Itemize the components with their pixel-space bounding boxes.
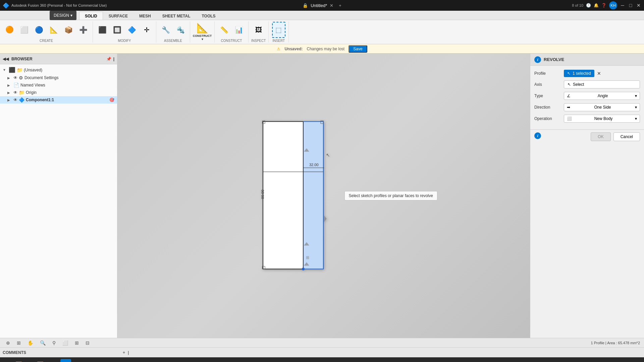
canvas-area[interactable]: 32.00 90.00 ⊞ ↖ Selec xyxy=(117,54,530,338)
ribbon-section-insert: 🖼 INSPECT xyxy=(249,21,269,43)
bell-icon[interactable]: 🔔 xyxy=(594,3,599,8)
fit-tool-btn[interactable]: ⊞ xyxy=(15,340,23,346)
tree-item-unsaved[interactable]: ▼ ⬛ 📁 (Unsaved) xyxy=(0,66,117,74)
browser-collapse-icon[interactable]: ◀◀ xyxy=(3,57,9,61)
modify-move-btn[interactable]: ✛ xyxy=(140,22,153,38)
inspect-measure-btn[interactable]: 📏 xyxy=(217,22,231,38)
tree-eye-doc[interactable]: 👁 xyxy=(13,75,17,80)
play-back-btn[interactable]: ⏪ xyxy=(15,360,23,362)
revolve-type-dropdown[interactable]: ∠ Angle ▾ xyxy=(564,92,640,100)
play-pause-btn[interactable]: ⏸ xyxy=(25,360,34,362)
create-label: CREATE xyxy=(40,39,53,43)
tab-add-icon[interactable]: + xyxy=(339,3,341,8)
titlebar: 🔷 Autodesk Fusion 360 (Personal - Not fo… xyxy=(0,0,644,11)
ok-button[interactable]: OK xyxy=(591,132,610,141)
assemble-btn1[interactable]: 🔧 xyxy=(159,22,172,38)
create-component-btn[interactable]: 🟠 xyxy=(3,22,16,38)
revolve-operation-label: Operation xyxy=(534,116,561,121)
maximize-btn[interactable]: □ xyxy=(628,3,633,8)
user-avatar[interactable]: KH xyxy=(609,1,617,9)
insert-btn[interactable]: 🖼 xyxy=(252,22,265,38)
modify-shell-btn[interactable]: 🔷 xyxy=(125,22,139,38)
create-loft-btn[interactable]: 📦 xyxy=(62,22,75,38)
direction-icon: ➡ xyxy=(567,105,570,110)
tree-icon-views: 📄 xyxy=(13,82,19,88)
tab-sheet-metal[interactable]: SHEET METAL xyxy=(157,12,196,20)
revolve-direction-row: Direction ➡ One Side ▾ xyxy=(534,103,640,111)
app-title: Autodesk Fusion 360 (Personal - Not for … xyxy=(11,3,107,7)
construct-btn[interactable]: 📐 CONSTRUCT ▾ xyxy=(193,23,212,41)
display-mode-btn[interactable]: ⬜ xyxy=(60,340,70,346)
pan-tool-btn[interactable]: ✋ xyxy=(25,340,35,346)
revolve-profile-selected-btn[interactable]: ↖ 1 selected xyxy=(564,70,594,77)
tree-eye-origin[interactable]: 👁 xyxy=(13,90,17,95)
orbit-tool-btn[interactable]: ⊕ xyxy=(4,340,12,346)
statusbar-tools: ⊕ ⊞ ✋ 🔍 ⚲ ⬜ ⊞ ⊟ xyxy=(4,340,92,346)
modify-press-pull-btn[interactable]: ⬛ xyxy=(96,22,109,38)
play-skip-forward-btn[interactable]: ⏭ xyxy=(47,360,55,362)
save-button[interactable]: Save xyxy=(348,45,367,53)
tree-item-named-views[interactable]: ▶ 📄 Named Views xyxy=(0,81,117,89)
help-icon[interactable]: ❓ xyxy=(601,3,606,8)
revolve-direction-dropdown[interactable]: ➡ One Side ▾ xyxy=(564,103,640,111)
revolve-operation-value: ⬜ New Body ▾ xyxy=(564,115,640,123)
tree-item-doc-settings[interactable]: ▶ 👁 ⚙ Document Settings xyxy=(0,74,117,81)
fusion-app-icon[interactable]: F xyxy=(60,359,71,362)
revolve-axis-select-btn[interactable]: ↖ Select xyxy=(564,80,640,88)
play-skip-back-btn[interactable]: ⏮ xyxy=(4,360,12,362)
browser-tree: ▼ ⬛ 📁 (Unsaved) ▶ 👁 ⚙ Document Settings … xyxy=(0,64,117,338)
create-more-btn[interactable]: ➕ xyxy=(76,22,90,38)
cancel-button[interactable]: Cancel xyxy=(613,132,640,141)
tree-item-origin[interactable]: ▶ 👁 📁 Origin xyxy=(0,89,117,96)
tree-item-component1[interactable]: ▶ 👁 🔷 Component1:1 🎯 xyxy=(0,96,117,104)
close-btn[interactable]: ✕ xyxy=(636,3,641,8)
create-extrude-btn[interactable]: ⬜ xyxy=(17,22,31,38)
tree-label-unsaved: (Unsaved) xyxy=(24,68,114,72)
zoom-tool-btn[interactable]: 🔍 xyxy=(38,340,48,346)
minimize-btn[interactable]: ─ xyxy=(620,3,625,8)
revolve-header: i REVOLVE xyxy=(530,54,644,66)
play-forward-btn[interactable]: ⏩ xyxy=(36,360,44,362)
construct-items: 📐 CONSTRUCT ▾ xyxy=(193,21,212,42)
create-sweep-btn[interactable]: 📐 xyxy=(47,22,60,38)
revolve-type-text: Angle xyxy=(598,94,608,98)
comments-more-icon[interactable]: | xyxy=(128,350,129,355)
measure-icon: 📏 xyxy=(220,26,228,34)
lock-icon: 🔒 xyxy=(303,3,308,8)
view-cube-btn[interactable]: ⊟ xyxy=(84,340,92,346)
inspect-analysis-btn[interactable]: 📊 xyxy=(232,22,246,38)
revolve-footer-info[interactable]: i xyxy=(534,132,541,139)
assemble-btn2[interactable]: 🔩 xyxy=(174,22,187,38)
tree-label-views: Named Views xyxy=(20,83,114,87)
revolve-info-icon[interactable]: i xyxy=(534,56,541,63)
browser-pin-icon[interactable]: 📌 xyxy=(106,57,111,61)
revolve-title: REVOLVE xyxy=(544,57,564,62)
tab-tools[interactable]: TOOLS xyxy=(196,12,221,20)
grid-btn[interactable]: ⊞ xyxy=(73,340,81,346)
create-icon: 🟠 xyxy=(5,25,14,34)
ribbon-content: 🟠 ⬜ 🔵 📐 📦 ➕ CREATE xyxy=(0,20,644,44)
tab-solid[interactable]: SOLID xyxy=(79,12,103,20)
close-tab-icon[interactable]: ✕ xyxy=(330,3,333,8)
comments-add-icon[interactable]: + xyxy=(123,350,125,355)
warning-icon: ⚠ xyxy=(277,47,280,51)
analysis-icon: 📊 xyxy=(235,26,243,34)
tab-surface[interactable]: SURFACE xyxy=(103,12,133,20)
unsaved-label: Unsaved: xyxy=(284,47,303,51)
inspect-tool-btn[interactable]: ⚲ xyxy=(50,340,58,346)
browser-more-icon[interactable]: | xyxy=(113,57,114,61)
ribbon-section-inspect: 📏 📊 CONSTRUCT xyxy=(215,21,249,43)
clock-icon[interactable]: 🕐 xyxy=(586,3,591,8)
revolve-operation-dropdown[interactable]: ⬜ New Body ▾ xyxy=(564,115,640,123)
select-btn[interactable]: ⬚ xyxy=(272,22,285,38)
modify-fillet-btn[interactable]: 🔲 xyxy=(110,22,124,38)
revolve-profile-clear-btn[interactable]: ✕ xyxy=(596,70,602,77)
tree-eye-comp[interactable]: 👁 xyxy=(13,98,17,102)
file-name[interactable]: Untitled* xyxy=(311,3,327,8)
tab-mesh[interactable]: MESH xyxy=(133,12,157,20)
design-button[interactable]: DESIGN ▾ xyxy=(50,11,76,20)
svg-rect-1 xyxy=(303,122,323,269)
select-label: INSERT xyxy=(273,39,285,43)
create-revolve-btn[interactable]: 🔵 xyxy=(32,22,46,38)
revolve-axis-value: ↖ Select xyxy=(564,80,640,88)
